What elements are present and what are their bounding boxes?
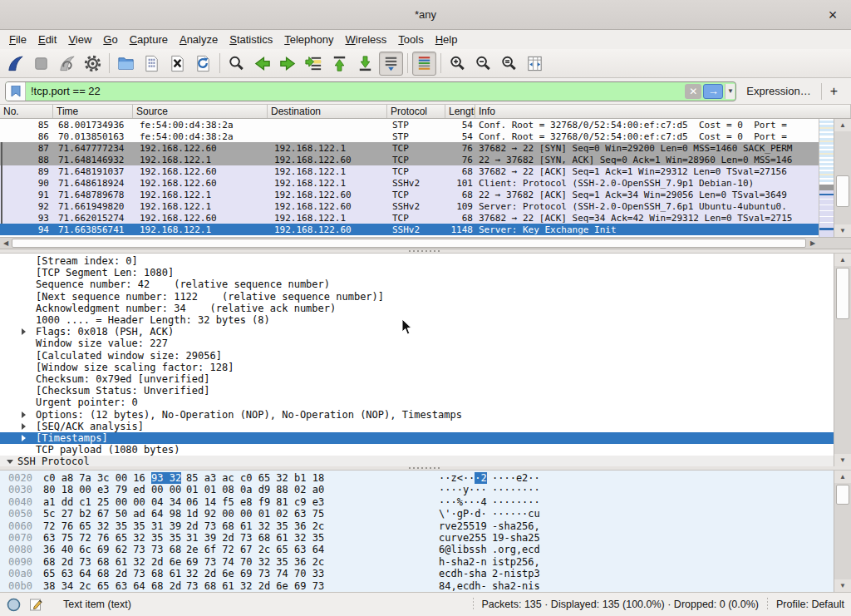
expander-closed-icon[interactable] xyxy=(22,328,26,335)
detail-line[interactable]: Checksum: 0x79ed [unverified] xyxy=(0,373,834,385)
detail-line[interactable]: Urgent pointer: 0 xyxy=(0,397,834,408)
menu-help[interactable]: Help xyxy=(430,32,464,47)
menu-wireless[interactable]: Wireless xyxy=(340,32,393,47)
colorize-packets-button[interactable] xyxy=(412,52,436,76)
packet-row-85[interactable]: 8568.001734936fe:54:00:d4:38:2aSTP54Conf… xyxy=(0,119,819,131)
menu-statistics[interactable]: Statistics xyxy=(224,32,278,47)
expander-closed-icon[interactable] xyxy=(22,423,26,430)
close-window-icon[interactable]: × xyxy=(823,5,843,25)
packet-row-91[interactable]: 9171.648789678192.168.122.1192.168.122.6… xyxy=(0,189,819,200)
detail-line[interactable]: [Window size scaling factor: 128] xyxy=(0,362,834,373)
detail-line[interactable]: [Checksum Status: Unverified] xyxy=(0,385,834,397)
scroll-up-icon[interactable]: ▲ xyxy=(834,119,851,131)
stop-capture-button[interactable] xyxy=(29,52,53,76)
go-forward-button[interactable] xyxy=(276,52,300,76)
menu-capture[interactable]: Capture xyxy=(124,32,174,47)
expander-closed-icon[interactable] xyxy=(22,435,26,441)
zoom-in-button[interactable] xyxy=(445,52,470,76)
detail-line[interactable]: Acknowledgment number: 34 (relative ack … xyxy=(0,303,834,314)
detail-line[interactable]: Window size value: 227 xyxy=(0,338,834,349)
scrollbar-thumb[interactable] xyxy=(836,268,849,319)
bytes-vertical-scrollbar[interactable]: ▲ ▼ xyxy=(834,471,851,592)
packet-row-86[interactable]: 8670.013850163fe:54:00:d4:38:2aSTP54Conf… xyxy=(0,131,819,142)
expander-closed-icon[interactable] xyxy=(22,411,26,418)
scroll-down-icon[interactable]: ▼ xyxy=(834,579,851,592)
scrollbar-thumb[interactable] xyxy=(836,175,849,207)
scroll-right-icon[interactable]: ▶ xyxy=(807,238,819,249)
packet-row-94[interactable]: 9471.663856741192.168.122.1192.168.122.6… xyxy=(0,224,819,235)
hex-row-0060[interactable]: 006072 76 65 32 35 35 31 392d 73 68 61 3… xyxy=(0,520,834,532)
packet-row-93[interactable]: 9371.662015274192.168.122.60192.168.122.… xyxy=(0,212,819,224)
scroll-down-icon[interactable]: ▼ xyxy=(834,224,851,237)
menu-file[interactable]: File xyxy=(3,32,32,47)
hex-row-0030[interactable]: 003080 18 00 e3 79 ed 00 0001 01 08 0a d… xyxy=(0,484,834,495)
column-header-no[interactable]: No. xyxy=(0,105,53,118)
resize-columns-button[interactable] xyxy=(523,52,547,76)
filter-dropdown-button[interactable]: ▼ xyxy=(725,84,735,99)
intelligent-scrollbar-minimap[interactable] xyxy=(819,119,834,237)
detail-line[interactable]: [Timestamps] xyxy=(0,432,834,444)
go-first-packet-button[interactable] xyxy=(327,52,352,76)
column-header-time[interactable]: Time xyxy=(53,105,133,118)
hex-row-00b0[interactable]: 00b038 34 2c 65 63 64 68 2d73 68 61 32 2… xyxy=(0,580,834,592)
column-header-length[interactable]: Length xyxy=(445,105,475,118)
save-file-button[interactable] xyxy=(140,52,164,76)
detail-line[interactable]: [Stream index: 0] xyxy=(0,255,834,267)
hex-row-0070[interactable]: 007063 75 72 76 65 32 35 3531 39 2d 73 6… xyxy=(0,532,834,544)
display-filter-input[interactable] xyxy=(26,85,685,97)
restart-capture-button[interactable] xyxy=(55,52,79,76)
details-vertical-scrollbar[interactable]: ▲ ▼ xyxy=(834,254,851,466)
column-header-source[interactable]: Source xyxy=(133,105,268,118)
menu-analyze[interactable]: Analyze xyxy=(174,32,224,47)
find-packet-button[interactable] xyxy=(224,52,248,76)
packet-list-horizontal-scrollbar[interactable]: ◀ ▶ xyxy=(0,237,851,249)
reload-file-button[interactable] xyxy=(191,52,215,76)
close-file-button[interactable] xyxy=(165,52,189,76)
scroll-up-icon[interactable]: ▲ xyxy=(834,471,851,483)
hex-row-0040[interactable]: 0040a1 dd c1 25 00 00 04 3406 14 f5 e8 f… xyxy=(0,496,834,508)
menu-view[interactable]: View xyxy=(62,32,97,47)
hex-row-0090[interactable]: 009068 2d 73 68 61 32 2d 6e69 73 74 70 3… xyxy=(0,556,834,568)
go-back-button[interactable] xyxy=(250,52,274,76)
detail-line[interactable]: Sequence number: 42 (relative sequence n… xyxy=(0,278,834,290)
packet-row-88[interactable]: 8871.648146932192.168.122.1192.168.122.6… xyxy=(0,154,819,165)
capture-comment-icon[interactable] xyxy=(29,598,43,612)
open-file-button[interactable] xyxy=(114,52,138,76)
zoom-reset-button[interactable] xyxy=(497,52,521,76)
detail-line[interactable]: [SEQ/ACK analysis] xyxy=(0,421,834,432)
go-last-packet-button[interactable] xyxy=(353,52,377,76)
filter-bookmark-button[interactable] xyxy=(6,82,26,101)
packet-row-87[interactable]: 8771.647777234192.168.122.60192.168.122.… xyxy=(0,142,819,154)
scrollbar-thumb[interactable] xyxy=(836,485,849,505)
packet-row-90[interactable]: 9071.648618924192.168.122.60192.168.122.… xyxy=(0,177,819,189)
hex-row-0050[interactable]: 00505c 27 b2 67 50 ad 64 981d 92 00 00 0… xyxy=(0,508,834,520)
profile-indicator[interactable]: Profile: Default xyxy=(776,599,844,610)
menu-tools[interactable]: Tools xyxy=(392,32,429,47)
zoom-out-button[interactable] xyxy=(471,52,495,76)
scroll-up-icon[interactable]: ▲ xyxy=(834,254,851,266)
detail-line[interactable]: SSH Protocol xyxy=(0,456,834,466)
hex-row-00a0[interactable]: 00a065 63 64 68 2d 73 68 6132 2d 6e 69 7… xyxy=(0,568,834,579)
detail-line[interactable]: Options: (12 bytes), No-Operation (NOP),… xyxy=(0,408,834,420)
hscrollbar-thumb[interactable] xyxy=(12,239,806,248)
detail-line[interactable]: [Next sequence number: 1122 (relative se… xyxy=(0,291,834,303)
scroll-down-icon[interactable]: ▼ xyxy=(834,454,851,466)
display-filter-box[interactable]: ✕ → ▼ xyxy=(5,81,736,101)
menu-go[interactable]: Go xyxy=(97,32,123,47)
menu-telephony[interactable]: Telephony xyxy=(278,32,339,47)
capture-options-button[interactable] xyxy=(81,52,105,76)
auto-scroll-button[interactable] xyxy=(379,52,403,76)
hex-row-0020[interactable]: 0020c0 a8 7a 3c 00 16 93 3285 a3 ac c0 6… xyxy=(0,472,834,484)
wireshark-start-capture-button[interactable] xyxy=(3,52,27,76)
filter-apply-button[interactable]: → xyxy=(703,84,723,99)
packet-row-89[interactable]: 8971.648191037192.168.122.60192.168.122.… xyxy=(0,165,819,177)
column-header-info[interactable]: Info xyxy=(475,105,851,118)
column-header-protocol[interactable]: Protocol xyxy=(387,105,445,118)
detail-line[interactable]: 1000 .... = Header Length: 32 bytes (8) xyxy=(0,314,834,326)
column-header-destination[interactable]: Destination xyxy=(268,105,387,118)
add-filter-button[interactable]: + xyxy=(822,84,846,99)
detail-line[interactable]: TCP payload (1080 bytes) xyxy=(0,444,834,456)
hex-row-0080[interactable]: 008036 40 6c 69 62 73 73 682e 6f 72 67 2… xyxy=(0,544,834,555)
detail-line[interactable]: [Calculated window size: 29056] xyxy=(0,350,834,362)
expert-info-icon[interactable] xyxy=(7,598,21,612)
